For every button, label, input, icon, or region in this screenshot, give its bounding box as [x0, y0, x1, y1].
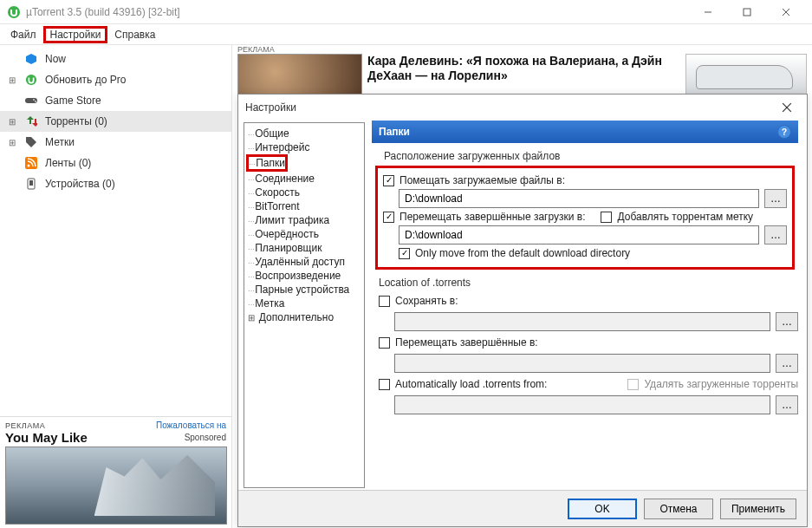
label-move-done-torrents: Перемещать завершённые в:: [395, 336, 538, 349]
rss-icon: [24, 157, 38, 169]
tag-icon: [24, 136, 38, 148]
checkbox-append-label[interactable]: [601, 212, 612, 223]
sidebar-item-label: Метки: [45, 136, 75, 148]
sidebar-item-label: Обновить до Pro: [45, 74, 126, 86]
browse-button[interactable]: …: [764, 189, 787, 208]
tree-item-scheduler[interactable]: Планировщик: [246, 241, 362, 255]
checkbox-move-done-torrents[interactable]: [379, 337, 390, 349]
tree-item-paired[interactable]: Парные устройства: [246, 283, 362, 297]
menu-settings[interactable]: Настройки: [43, 26, 108, 43]
close-button[interactable]: [766, 0, 805, 24]
tree-item-playback[interactable]: Воспроизведение: [246, 269, 362, 283]
settings-pane: Папки ? Расположение загруженных файлов …: [367, 121, 807, 490]
label-autoload-torrents: Automatically load .torrents from:: [395, 378, 547, 390]
ad-headline[interactable]: Кара Делевинь: «Я похожа на Валериана, а…: [367, 54, 680, 97]
menu-help[interactable]: Справка: [107, 27, 162, 42]
browse-button[interactable]: …: [776, 312, 798, 331]
svg-rect-13: [29, 180, 33, 186]
tree-item-connection[interactable]: Соединение: [246, 172, 362, 186]
label-store-torrents: Сохранять в:: [395, 295, 458, 307]
tree-item-label[interactable]: Метка: [246, 297, 362, 310]
svg-marker-5: [26, 54, 36, 64]
sidebar-item-label: Устройства (0): [45, 178, 115, 190]
svg-rect-2: [744, 9, 750, 16]
ad-image[interactable]: [237, 54, 362, 97]
sidebar-item-devices[interactable]: Устройства (0): [0, 173, 231, 194]
tree-item-speed[interactable]: Скорость: [246, 186, 362, 199]
checkbox-store-torrents[interactable]: [379, 296, 390, 307]
sidebar-ad: РЕКЛАМА Пожаловаться на You May Like Spo…: [0, 416, 231, 528]
label-delete-loaded: Удалять загруженные торренты: [644, 378, 798, 390]
browse-button[interactable]: …: [776, 354, 798, 373]
menu-file[interactable]: Файл: [3, 27, 43, 42]
sidebar-item-labels[interactable]: ⊞ Метки: [0, 132, 231, 153]
highlighted-folder-settings: Помещать загружаемые файлы в: D:\downloa…: [375, 166, 795, 270]
ad-image[interactable]: [685, 54, 807, 97]
checkbox-autoload-torrents[interactable]: [379, 379, 390, 390]
hexagon-icon: [24, 53, 38, 65]
section-downloads-location: Расположение загруженных файлов: [384, 150, 798, 162]
browse-button[interactable]: …: [776, 395, 798, 414]
checkbox-move-completed[interactable]: [383, 212, 394, 223]
settings-tree[interactable]: Общие Интерфейс Папки Соединение Скорост…: [244, 122, 365, 488]
label-move-completed: Перемещать завершённые загрузки в:: [400, 211, 585, 223]
svg-point-8: [33, 99, 35, 101]
dialog-button-row: OK Отмена Применить: [238, 490, 807, 526]
input-completed-path[interactable]: D:\download: [399, 225, 759, 244]
apply-button[interactable]: Применить: [720, 499, 796, 519]
tree-item-remote[interactable]: Удалённый доступ: [246, 255, 362, 269]
ad-complain-link[interactable]: Пожаловаться на: [156, 420, 226, 430]
app-logo-icon: [7, 5, 21, 19]
ad-image[interactable]: [5, 447, 227, 525]
menubar: Файл Настройки Справка: [0, 24, 812, 45]
sidebar-item-gamestore[interactable]: Game Store: [0, 90, 231, 111]
tree-item-queue[interactable]: Очерёдность: [246, 227, 362, 241]
dialog-titlebar: Настройки: [238, 95, 807, 121]
settings-dialog: Настройки Общие Интерфейс Папки Соединен…: [237, 94, 808, 527]
input-new-download-path[interactable]: D:\download: [399, 189, 759, 208]
sidebar-item-label: Now: [45, 53, 66, 65]
tree-item-interface[interactable]: Интерфейс: [246, 140, 362, 154]
ad-title: You May Like: [5, 430, 88, 445]
svg-point-9: [35, 101, 36, 102]
app-logo-icon: [24, 74, 38, 86]
checkbox-delete-loaded: [627, 379, 639, 390]
checkbox-only-move-default[interactable]: [399, 248, 410, 259]
device-icon: [24, 178, 38, 190]
svg-rect-7: [25, 98, 37, 103]
ok-button[interactable]: OK: [568, 499, 637, 519]
pane-header: Папки ?: [372, 121, 798, 143]
sidebar-item-upgrade[interactable]: ⊞ Обновить до Pro: [0, 69, 231, 90]
sidebar-item-label: Game Store: [45, 95, 101, 107]
label-append-label: Добавлять торрентам метку: [617, 211, 753, 223]
maximize-button[interactable]: [727, 0, 766, 24]
input-move-done-torrents-path: [394, 354, 770, 373]
cancel-button[interactable]: Отмена: [644, 499, 713, 519]
minimize-button[interactable]: [688, 0, 727, 24]
sidebar-item-now[interactable]: Now: [0, 49, 231, 69]
tree-item-general[interactable]: Общие: [246, 127, 362, 140]
help-icon[interactable]: ?: [777, 125, 791, 139]
label-only-move-default: Only move from the default download dire…: [415, 247, 630, 259]
sidebar: Now ⊞ Обновить до Pro Game Store ⊞ Торре…: [0, 45, 232, 528]
tree-item-folders[interactable]: Папки: [246, 154, 288, 172]
browse-button[interactable]: …: [764, 225, 787, 244]
sidebar-item-feeds[interactable]: Ленты (0): [0, 153, 231, 173]
pane-title: Папки: [379, 126, 410, 138]
input-store-torrents-path: [394, 312, 770, 331]
window-title: µTorrent 3.5 (build 43916) [32-bit]: [26, 6, 688, 18]
titlebar: µTorrent 3.5 (build 43916) [32-bit]: [0, 0, 812, 24]
section-torrent-location: Location of .torrents: [379, 277, 798, 289]
ad-sponsor: Sponsored: [185, 433, 226, 442]
tree-item-advanced[interactable]: Дополнительно: [246, 310, 362, 324]
tree-item-bittorrent[interactable]: BitTorrent: [246, 199, 362, 213]
svg-point-11: [28, 165, 30, 167]
checkbox-put-new-downloads[interactable]: [383, 175, 394, 186]
sidebar-item-torrents[interactable]: ⊞ Торренты (0): [0, 111, 231, 132]
gamepad-icon: [24, 95, 38, 106]
tree-item-bandwidth[interactable]: Лимит трафика: [246, 213, 362, 227]
close-icon[interactable]: [774, 95, 800, 121]
label-put-new-downloads: Помещать загружаемые файлы в:: [400, 174, 565, 186]
ad-label: РЕКЛАМА: [237, 45, 275, 54]
dialog-title: Настройки: [245, 101, 774, 114]
